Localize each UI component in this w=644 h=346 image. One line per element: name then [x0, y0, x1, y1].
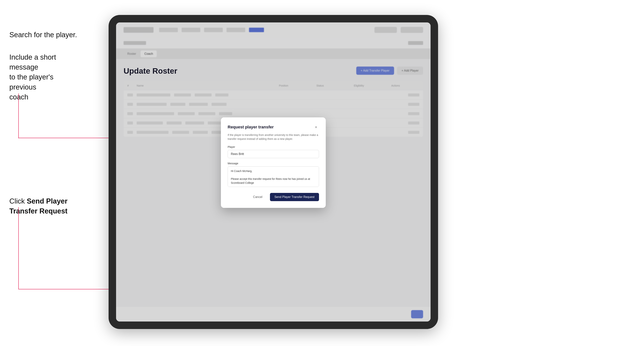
annotation-search-text: Search for the player.	[9, 30, 77, 40]
modal-dialog: Request player transfer × If the player …	[221, 117, 326, 208]
modal-title: Request player transfer	[228, 125, 274, 130]
send-transfer-button[interactable]: Send Player Transfer Request	[270, 193, 319, 201]
annotation-area: Search for the player. Include a short m…	[0, 0, 108, 346]
tablet-screen: Roster Coach Update Roster + Add Transfe…	[116, 22, 430, 322]
modal-header: Request player transfer ×	[228, 124, 319, 130]
arrow-click-vertical	[18, 207, 19, 289]
tablet-frame: Roster Coach Update Roster + Add Transfe…	[108, 15, 438, 329]
modal-overlay: Request player transfer × If the player …	[116, 22, 430, 322]
message-label: Message	[228, 162, 319, 165]
annotation-click-text: Click Send PlayerTransfer Request	[9, 196, 80, 216]
arrow-search-vertical	[18, 93, 19, 138]
cancel-button[interactable]: Cancel	[248, 193, 267, 201]
modal-footer: Cancel Send Player Transfer Request	[228, 193, 319, 201]
app-container: Roster Coach Update Roster + Add Transfe…	[116, 22, 430, 322]
player-input[interactable]	[228, 150, 319, 158]
modal-description: If the player is transferring from anoth…	[228, 133, 319, 141]
annotation-click-bold: Send PlayerTransfer Request	[9, 197, 68, 215]
message-textarea[interactable]: Hi Coach McHarg, Please accept this tran…	[228, 166, 319, 187]
annotation-message-text: Include a short messageto the player's p…	[9, 52, 80, 102]
player-label: Player	[228, 146, 319, 149]
modal-close-button[interactable]: ×	[313, 124, 319, 130]
